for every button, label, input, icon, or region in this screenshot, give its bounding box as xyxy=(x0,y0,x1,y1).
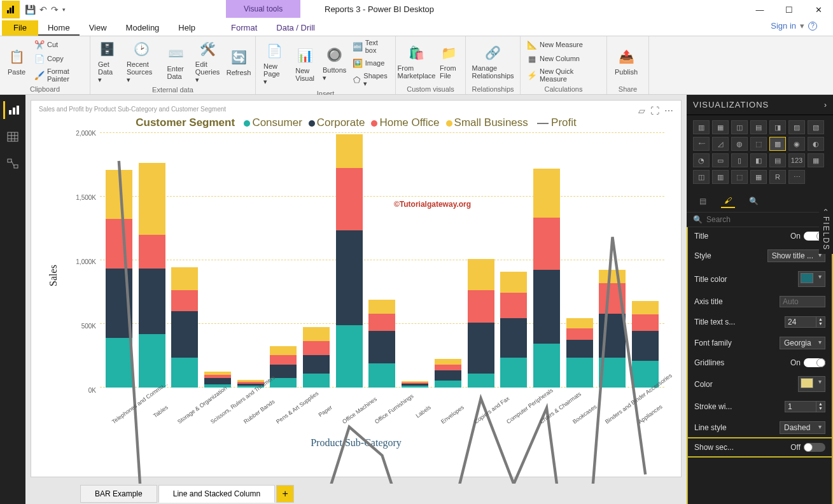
viz-type-20[interactable]: ▦ xyxy=(808,153,824,167)
fields-panel-collapsed[interactable]: ‹FIELDS xyxy=(819,206,833,254)
bar[interactable] xyxy=(270,346,297,388)
viz-type-23[interactable]: ⬚ xyxy=(731,170,748,184)
file-menu[interactable]: File xyxy=(2,20,38,36)
maximize-button[interactable]: ☐ xyxy=(774,0,804,19)
grid-color-picker[interactable] xyxy=(798,376,825,392)
bar[interactable] xyxy=(336,134,363,388)
bar[interactable] xyxy=(368,300,395,388)
bar[interactable] xyxy=(171,267,198,388)
viz-type-16[interactable]: ▯ xyxy=(731,153,748,167)
viz-type-15[interactable]: ▭ xyxy=(712,153,729,167)
viz-type-25[interactable]: R xyxy=(769,170,786,184)
stroke-down[interactable]: ▼ xyxy=(816,406,825,410)
edit-queries-button[interactable]: 🛠️Edit Queries ▾ xyxy=(192,38,223,85)
viz-type-22[interactable]: ▥ xyxy=(712,170,729,184)
analytics-pane-tab[interactable]: 🔍 xyxy=(746,194,760,208)
data-view-button[interactable] xyxy=(3,128,22,146)
line-style-dropdown[interactable]: Dashed xyxy=(780,421,825,434)
viz-type-8[interactable]: ◿ xyxy=(712,137,729,151)
new-visual-button[interactable]: 📊New Visual xyxy=(291,44,319,83)
page-tab-1[interactable]: Line and Stacked Column xyxy=(158,485,275,503)
size-down[interactable]: ▼ xyxy=(816,321,825,326)
stroke-up[interactable]: ▲ xyxy=(816,402,825,406)
viz-type-4[interactable]: ◨ xyxy=(769,120,786,134)
recent-sources-button[interactable]: 🕑Recent Sources ▾ xyxy=(123,38,161,85)
viz-type-3[interactable]: ▤ xyxy=(750,120,767,134)
add-page-button[interactable]: + xyxy=(276,485,294,503)
size-up[interactable]: ▲ xyxy=(816,317,825,321)
viz-type-0[interactable]: ▥ xyxy=(693,120,710,134)
style-dropdown[interactable]: Show title ... xyxy=(767,249,825,262)
close-button[interactable]: ✕ xyxy=(804,0,833,19)
bar[interactable] xyxy=(468,259,494,388)
focus-mode-icon[interactable]: ⛶ xyxy=(650,106,659,116)
save-icon[interactable]: 💾 xyxy=(25,4,36,15)
buttons-button[interactable]: 🔘Buttons ▾ xyxy=(322,43,347,83)
more-options-icon[interactable]: ⋯ xyxy=(664,106,673,116)
paste-button[interactable]: 📋Paste xyxy=(4,45,29,77)
minimize-button[interactable]: — xyxy=(745,0,774,19)
report-canvas[interactable]: Sales and Profit by Product Sub-Category… xyxy=(31,100,682,477)
from-file-button[interactable]: 📁From File xyxy=(436,41,461,81)
get-data-button[interactable]: 🗄️Get Data ▾ xyxy=(94,38,120,85)
viz-type-12[interactable]: ◉ xyxy=(788,137,805,151)
refresh-button[interactable]: 🔄Refresh xyxy=(226,46,251,78)
tab-view[interactable]: View xyxy=(80,20,116,36)
from-marketplace-button[interactable]: 🛍️From Marketplace xyxy=(400,41,433,81)
tab-data-drill[interactable]: Data / Drill xyxy=(267,20,325,36)
viz-type-1[interactable]: ▦ xyxy=(712,120,729,134)
tab-home[interactable]: Home xyxy=(38,20,80,36)
text-size-input[interactable] xyxy=(785,316,816,328)
viz-type-2[interactable]: ◫ xyxy=(731,120,748,134)
bar[interactable] xyxy=(435,359,461,388)
bar[interactable] xyxy=(533,169,560,388)
enter-data-button[interactable]: ⌨️Enter Data xyxy=(163,42,189,81)
collapse-panel-icon[interactable]: › xyxy=(824,101,827,109)
report-view-button[interactable] xyxy=(3,101,22,119)
shapes-button[interactable]: ⬠Shapes ▾ xyxy=(350,71,391,89)
axis-title-input[interactable] xyxy=(780,296,825,307)
sign-in-link[interactable]: Sign in▾? xyxy=(771,21,817,31)
new-measure-button[interactable]: 📐New Measure xyxy=(524,38,603,51)
page-tab-0[interactable]: BAR Example xyxy=(80,485,157,503)
bar[interactable] xyxy=(303,327,330,388)
fields-pane-tab[interactable]: ▤ xyxy=(696,194,710,208)
font-family-dropdown[interactable]: Georgia xyxy=(780,337,825,349)
format-search-input[interactable] xyxy=(706,215,827,224)
tab-help[interactable]: Help xyxy=(169,20,205,36)
filter-icon[interactable]: ▱ xyxy=(638,106,645,116)
viz-type-24[interactable]: ▦ xyxy=(750,170,767,184)
qat-dropdown-icon[interactable]: ▾ xyxy=(62,6,66,13)
viz-type-13[interactable]: ◐ xyxy=(808,137,824,151)
viz-type-26[interactable]: ⋯ xyxy=(788,170,805,184)
show-secondary-toggle[interactable] xyxy=(804,443,825,452)
title-color-picker[interactable] xyxy=(798,271,825,287)
copy-button[interactable]: 📄Copy xyxy=(32,52,86,65)
viz-type-18[interactable]: ▤ xyxy=(769,153,786,167)
model-view-button[interactable] xyxy=(3,155,22,172)
viz-type-9[interactable]: ◍ xyxy=(731,137,748,151)
new-page-button[interactable]: 📄New Page ▾ xyxy=(260,39,289,87)
bar[interactable] xyxy=(566,318,593,388)
undo-icon[interactable]: ↶ xyxy=(39,4,47,15)
viz-type-6[interactable]: ▧ xyxy=(808,120,824,134)
viz-type-17[interactable]: ◧ xyxy=(750,153,767,167)
manage-relationships-button[interactable]: 🔗Manage Relationships xyxy=(470,41,516,81)
viz-type-7[interactable]: ⬳ xyxy=(693,137,710,151)
bar[interactable] xyxy=(599,270,626,388)
tab-modeling[interactable]: Modeling xyxy=(116,20,169,36)
viz-type-14[interactable]: ◔ xyxy=(693,153,710,167)
viz-type-5[interactable]: ▨ xyxy=(788,120,805,134)
textbox-button[interactable]: 🔤Text box xyxy=(350,38,391,55)
bar[interactable] xyxy=(106,170,132,388)
image-button[interactable]: 🖼️Image xyxy=(350,57,391,69)
bar[interactable] xyxy=(204,372,231,388)
format-pane-tab[interactable]: 🖌 xyxy=(721,194,735,208)
redo-icon[interactable]: ↷ xyxy=(51,4,59,15)
viz-type-19[interactable]: 123 xyxy=(788,153,805,167)
new-column-button[interactable]: ▦New Column xyxy=(524,52,603,65)
viz-type-21[interactable]: ◫ xyxy=(693,170,710,184)
cut-button[interactable]: ✂️Cut xyxy=(32,38,86,51)
tab-format[interactable]: Format xyxy=(221,20,267,36)
bar[interactable] xyxy=(632,301,659,388)
